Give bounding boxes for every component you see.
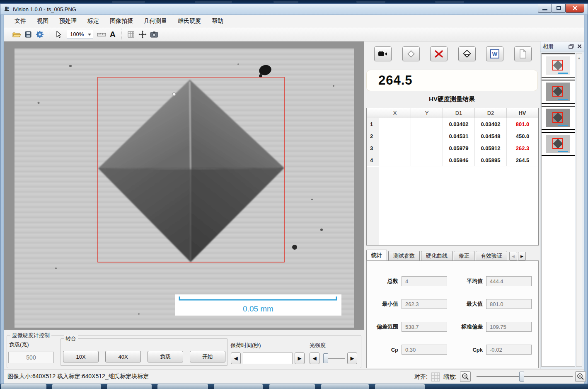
scale-bar: 0.05 mm — [175, 294, 341, 316]
header-y[interactable]: Y — [411, 108, 443, 118]
table-row[interactable]: 2 0.04531 0.04548 450.0 — [367, 130, 538, 142]
taskbar-button[interactable] — [321, 384, 369, 389]
tab-hardening-curve[interactable]: 硬化曲线 — [421, 251, 452, 261]
cell-x — [379, 142, 411, 154]
menu-capture[interactable]: 图像拍摄 — [104, 16, 138, 27]
tab-validation[interactable]: 有效验证 — [476, 251, 507, 261]
dwell-decrease-button[interactable]: ◀ — [231, 353, 241, 364]
header-d1[interactable]: D1 — [443, 108, 475, 118]
tab-scroll-right-button[interactable]: ▶ — [518, 252, 526, 260]
album-thumbnail-4[interactable] — [542, 132, 575, 156]
zoom-level-combobox[interactable]: 100% — [67, 30, 93, 39]
menu-view[interactable]: 视图 — [31, 16, 54, 27]
album-thumbnail-2[interactable] — [542, 80, 575, 104]
menu-geometry[interactable]: 几何测量 — [138, 16, 172, 27]
snapshot-button[interactable] — [148, 29, 160, 40]
header-x[interactable]: X — [379, 108, 411, 118]
taskbar-button[interactable] — [269, 384, 315, 389]
auto-measure-button[interactable] — [458, 46, 476, 61]
album-scrollbar[interactable]: ▲ — [576, 53, 582, 367]
turret-groupbox-title: 转台 — [64, 335, 78, 343]
album-thumbnail-3[interactable] — [542, 106, 575, 130]
header-d2[interactable]: D2 — [475, 108, 507, 118]
tab-correction[interactable]: 修正 — [454, 251, 474, 261]
taskbar-button[interactable] — [1, 384, 46, 389]
thumbnail-image — [546, 109, 570, 127]
taskbar-button[interactable] — [107, 384, 152, 389]
start-button[interactable]: 开始 — [190, 351, 225, 362]
align-grid-icon[interactable] — [431, 372, 440, 382]
view-zoom-slider-track[interactable] — [477, 376, 573, 377]
new-document-button[interactable] — [514, 46, 532, 61]
close-icon — [572, 6, 578, 10]
export-word-button[interactable]: W — [486, 46, 503, 61]
status-bar: 图像大小:640X512 载入标定:640X512_维氏标定块标定 对齐: 缩放… — [4, 369, 584, 384]
album-thumbnail-1[interactable] — [542, 53, 575, 78]
align-label: 对齐: — [414, 373, 428, 381]
zoom-in-button[interactable] — [575, 371, 586, 382]
menu-file[interactable]: 文件 — [9, 16, 31, 27]
background-window-strip — [0, 0, 588, 3]
text-tool-button[interactable]: A — [107, 30, 118, 39]
red-region-overlay — [552, 112, 563, 123]
menu-preprocess[interactable]: 预处理 — [54, 16, 82, 27]
window-title: iVision 1.0.0 - ts_005.PNG — [13, 6, 76, 12]
hardness-tester-control-panel: 显微硬度计控制 负载(克) 500 转台 10X 40X 负载 开始 保荷时间(… — [4, 330, 364, 369]
view-zoom-slider-thumb[interactable] — [519, 372, 524, 382]
table-row[interactable]: 4 0.05946 0.05895 264.5 — [367, 154, 538, 166]
tab-scroll-left-button[interactable]: ◀ — [509, 252, 517, 260]
turret-40x-button[interactable]: 40X — [105, 351, 141, 362]
taskbar-button[interactable] — [214, 384, 263, 389]
menu-calibration[interactable]: 标定 — [82, 16, 104, 27]
menu-help[interactable]: 帮助 — [206, 16, 229, 27]
header-hv[interactable]: HV — [507, 108, 538, 118]
maximize-button[interactable] — [552, 4, 566, 13]
ruler-icon — [97, 32, 106, 37]
light-increase-button[interactable]: ▶ — [347, 353, 357, 364]
status-info: 图像大小:640X512 载入标定:640X512_维氏标定块标定 — [7, 373, 149, 380]
live-video-button[interactable] — [374, 46, 392, 61]
save-button[interactable] — [22, 29, 34, 40]
album-close-button[interactable] — [576, 43, 583, 50]
taskbar-button[interactable] — [157, 384, 208, 389]
tab-strip: 统计 测试参数 硬化曲线 修正 有效验证 ◀ ▶ — [366, 250, 526, 261]
menu-vickers[interactable]: 维氏硬度 — [172, 16, 206, 27]
load-position-button[interactable]: 负载 — [148, 351, 183, 362]
table-row[interactable]: 1 0.03402 0.03402 801.0 — [367, 118, 538, 130]
open-file-button[interactable] — [11, 29, 22, 40]
dwell-time-input[interactable] — [243, 353, 293, 364]
turret-10x-button[interactable]: 10X — [63, 351, 99, 362]
delete-result-button[interactable] — [430, 46, 448, 61]
album-float-button[interactable] — [567, 43, 575, 50]
light-decrease-button[interactable]: ◀ — [310, 353, 319, 364]
table-row[interactable]: 3 0.05979 0.05912 262.3 — [367, 142, 538, 154]
taskbar-button[interactable] — [375, 384, 425, 389]
image-canvas[interactable]: 0.05 mm — [4, 41, 364, 330]
crosshair-button[interactable] — [137, 29, 148, 40]
close-button[interactable] — [565, 4, 584, 13]
measure-tool-button[interactable] — [96, 29, 107, 40]
select-cursor-button[interactable] — [53, 29, 64, 40]
micrograph-image[interactable]: 0.05 mm — [15, 49, 354, 328]
light-slider-thumb[interactable] — [323, 353, 328, 363]
cell-hv: 262.3 — [507, 142, 538, 154]
taskbar-button[interactable] — [52, 384, 101, 389]
measure-indent-button[interactable] — [402, 46, 420, 61]
grid-icon — [127, 31, 135, 38]
settings-button[interactable] — [34, 29, 46, 40]
toolbar-view-group: 100% A — [49, 29, 121, 40]
cell-hv: 450.0 — [507, 130, 538, 142]
zoom-out-button[interactable] — [460, 371, 471, 382]
load-input[interactable]: 500 — [8, 352, 54, 363]
grid-toggle-button[interactable] — [125, 29, 137, 40]
scroll-up-icon[interactable]: ▲ — [576, 56, 582, 60]
dwell-increase-button[interactable]: ▶ — [295, 353, 305, 364]
cell-y — [411, 118, 443, 130]
title-bar: iVision 1.0.0 - ts_005.PNG — [0, 3, 588, 15]
tab-test-params[interactable]: 测试参数 — [388, 251, 420, 261]
tab-statistics[interactable]: 统计 — [366, 250, 387, 261]
zoom-in-icon — [577, 373, 584, 380]
row-index: 4 — [367, 154, 379, 166]
minimize-button[interactable] — [538, 4, 552, 13]
cell-d2: 0.05912 — [475, 142, 507, 154]
